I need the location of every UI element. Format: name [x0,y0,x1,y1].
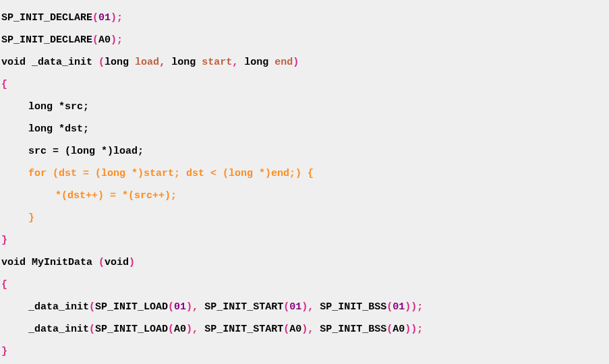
macro-arg: 01 [393,301,405,313]
comma: , [308,301,320,313]
param-type: long [244,57,268,68]
comma: , [308,324,320,335]
for-body: (dst = (long *)start; dst < (long *)end;… [47,168,314,179]
paren-open: ( [283,324,289,335]
paren-open: ( [92,34,98,46]
paren-close: ) [405,301,411,313]
macro-name: SP_INIT_DECLARE [1,34,92,46]
macro-name: SP_INIT_BSS [320,324,386,335]
macro-name: SP_INIT_LOAD [95,324,168,335]
line-9: *(dst++) = *(src++); [1,190,177,202]
macro-name: SP_INIT_DECLARE [1,12,92,24]
brace-open: { [1,279,7,291]
line-3: void _data_init (long load, long start, … [1,57,299,68]
semicolon: ; [117,34,123,46]
macro-name: SP_INIT_LOAD [95,301,168,313]
line-4: { [1,79,7,90]
macro-arg: A0 [289,324,301,335]
comma: , [159,57,171,68]
call-name: _data_init [28,324,89,335]
loop-body: *(dst++) = *(src++); [55,190,177,202]
macro-arg: A0 [98,34,111,46]
paren-open: ( [89,324,95,335]
paren-open: ( [283,301,289,313]
param-name: end [274,57,293,68]
paren-open: ( [168,324,174,335]
line-1: SP_INIT_DECLARE(01); [1,12,123,24]
macro-name: SP_INIT_BSS [320,301,386,313]
macro-name: SP_INIT_START [204,324,283,335]
macro-arg: 01 [174,301,186,313]
paren-close: ) [111,34,117,46]
line-8: for (dst = (long *)start; dst < (long *)… [1,168,314,179]
function-name: MyInitData [32,257,92,268]
type: long [28,123,53,135]
brace-close: } [1,235,7,246]
paren-open: ( [89,301,95,313]
brace-close: } [28,212,34,224]
paren-open: ( [98,257,105,268]
var-decl: *src; [53,101,89,113]
paren-close: ) [301,301,308,313]
macro-name: SP_INIT_START [204,301,283,313]
macro-arg: A0 [174,324,186,335]
keyword-for: for [28,168,47,179]
macro-arg: 01 [289,301,301,313]
line-13: { [1,279,7,291]
paren-close: ) [186,324,192,335]
return-type: void [1,257,26,268]
return-type: void [1,57,26,68]
paren-close: ) [411,301,417,313]
paren-close: ) [405,324,411,335]
paren-open: ( [386,324,393,335]
paren-close: ) [301,324,308,335]
type: long [28,101,53,113]
line-11: } [1,235,7,246]
line-14: _data_init(SP_INIT_LOAD(01), SP_INIT_STA… [1,301,423,313]
void: void [105,257,129,268]
semicolon: ; [417,324,423,335]
statement: src = (long *)load; [28,146,144,157]
paren-close: ) [293,57,299,68]
comma: , [232,57,244,68]
paren-close: ) [411,324,417,335]
semicolon: ; [417,301,423,313]
line-12: void MyInitData (void) [1,257,135,268]
line-10: } [1,212,34,224]
line-6: long *dst; [1,123,89,135]
line-5: long *src; [1,101,89,113]
paren-close: ) [129,257,135,268]
paren-open: ( [168,301,174,313]
var-decl: *dst; [53,123,89,135]
call-name: _data_init [28,301,89,313]
param-name: load [135,57,159,68]
paren-open: ( [92,12,98,24]
paren-close: ) [186,301,192,313]
line-2: SP_INIT_DECLARE(A0); [1,34,123,46]
brace-open: { [1,79,7,90]
paren-close: ) [111,12,117,24]
macro-arg: A0 [393,324,405,335]
line-7: src = (long *)load; [1,146,144,157]
function-name: _data_init [32,57,92,68]
line-15: _data_init(SP_INIT_LOAD(A0), SP_INIT_STA… [1,324,423,335]
line-16: } [1,346,7,357]
param-type: long [105,57,129,68]
paren-open: ( [98,57,105,68]
code-block: SP_INIT_DECLARE(01); SP_INIT_DECLARE(A0)… [1,7,609,363]
paren-open: ( [386,301,393,313]
param-name: start [202,57,232,68]
semicolon: ; [117,12,123,24]
brace-close: } [1,346,7,357]
param-type: long [171,57,196,68]
comma: , [192,324,204,335]
comma: , [192,301,204,313]
macro-arg: 01 [98,12,111,24]
